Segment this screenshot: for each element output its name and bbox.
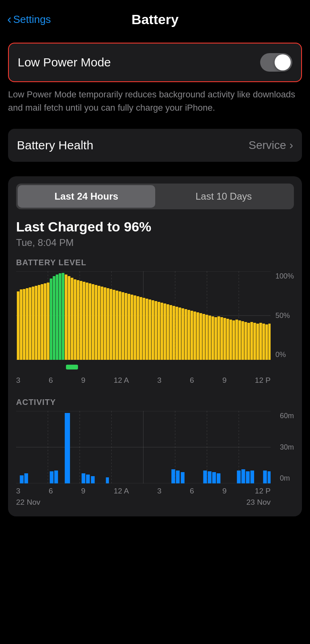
svg-rect-13 bbox=[26, 288, 29, 360]
svg-rect-45 bbox=[122, 292, 125, 360]
svg-rect-74 bbox=[208, 316, 211, 360]
svg-rect-76 bbox=[214, 317, 217, 360]
charging-dot bbox=[66, 365, 78, 369]
activity-x-labels: 3 6 9 12 A 3 6 9 12 P bbox=[16, 487, 294, 495]
act-x-6am: 6 bbox=[49, 487, 53, 495]
svg-rect-67 bbox=[187, 310, 190, 360]
battery-health-right: Service › bbox=[248, 139, 293, 152]
low-power-mode-label: Low Power Mode bbox=[18, 56, 111, 69]
service-label: Service bbox=[248, 139, 286, 152]
svg-rect-38 bbox=[101, 287, 103, 360]
svg-rect-14 bbox=[29, 287, 32, 360]
svg-rect-85 bbox=[241, 321, 244, 360]
x-label-12p: 12 P bbox=[255, 376, 271, 385]
svg-rect-21 bbox=[50, 279, 53, 360]
tab-10d[interactable]: Last 10 Days bbox=[155, 185, 293, 208]
svg-rect-83 bbox=[235, 320, 238, 360]
svg-rect-57 bbox=[158, 302, 160, 360]
battery-x-labels: 3 6 9 12 A 3 6 9 12 P bbox=[16, 376, 294, 385]
svg-rect-56 bbox=[154, 301, 157, 360]
svg-rect-65 bbox=[181, 308, 184, 360]
low-power-mode-row[interactable]: Low Power Mode bbox=[8, 43, 302, 82]
activity-chart bbox=[16, 411, 271, 483]
svg-rect-17 bbox=[38, 285, 41, 360]
svg-rect-77 bbox=[218, 316, 220, 360]
act-x-3pm: 3 bbox=[157, 487, 162, 495]
svg-rect-105 bbox=[20, 475, 23, 483]
svg-rect-10 bbox=[17, 291, 20, 360]
header: ‹ Settings Battery bbox=[0, 0, 310, 35]
svg-rect-15 bbox=[32, 287, 35, 360]
svg-rect-89 bbox=[253, 323, 256, 360]
svg-rect-60 bbox=[166, 304, 169, 360]
svg-rect-50 bbox=[137, 296, 140, 360]
svg-rect-58 bbox=[160, 303, 163, 360]
svg-rect-29 bbox=[74, 279, 76, 360]
act-x-9am: 9 bbox=[81, 487, 86, 495]
act-x-12p: 12 P bbox=[255, 487, 271, 495]
svg-rect-69 bbox=[193, 312, 196, 360]
svg-rect-36 bbox=[94, 285, 97, 360]
back-label: Settings bbox=[13, 13, 51, 26]
svg-rect-84 bbox=[238, 320, 241, 360]
svg-rect-75 bbox=[211, 316, 214, 360]
svg-rect-70 bbox=[197, 312, 199, 360]
svg-rect-91 bbox=[259, 323, 262, 360]
x-label-6pm: 6 bbox=[190, 376, 194, 385]
svg-rect-24 bbox=[59, 273, 62, 360]
svg-rect-64 bbox=[179, 308, 181, 360]
activity-y-labels: 60m 30m 0m bbox=[280, 411, 294, 483]
date-label-22nov: 22 Nov bbox=[16, 498, 40, 507]
svg-rect-120 bbox=[217, 473, 220, 483]
svg-rect-22 bbox=[53, 276, 55, 360]
svg-rect-27 bbox=[68, 276, 70, 360]
svg-rect-71 bbox=[199, 313, 202, 360]
svg-rect-79 bbox=[224, 318, 226, 360]
svg-rect-73 bbox=[205, 315, 208, 360]
svg-rect-31 bbox=[80, 281, 82, 360]
act-x-3am: 3 bbox=[16, 487, 21, 495]
chevron-right-icon: › bbox=[289, 139, 293, 152]
act-x-12a: 12 A bbox=[114, 487, 129, 495]
svg-rect-111 bbox=[86, 475, 90, 483]
svg-rect-110 bbox=[82, 473, 85, 483]
back-button[interactable]: ‹ Settings bbox=[7, 13, 51, 26]
svg-rect-94 bbox=[268, 324, 271, 360]
low-power-mode-toggle[interactable] bbox=[260, 53, 292, 72]
back-chevron-icon: ‹ bbox=[7, 12, 12, 25]
svg-rect-80 bbox=[226, 319, 229, 360]
battery-level-section-label: BATTERY LEVEL bbox=[16, 258, 294, 267]
y-label-100: 100% bbox=[275, 272, 294, 281]
svg-rect-39 bbox=[104, 287, 107, 360]
svg-rect-90 bbox=[257, 324, 259, 360]
svg-rect-26 bbox=[65, 275, 68, 360]
svg-rect-34 bbox=[89, 283, 92, 360]
tab-switcher[interactable]: Last 24 Hours Last 10 Days bbox=[16, 184, 294, 209]
svg-rect-46 bbox=[125, 293, 127, 360]
svg-rect-37 bbox=[98, 286, 101, 360]
tab-24h[interactable]: Last 24 Hours bbox=[18, 185, 155, 208]
charge-title: Last Charged to 96% bbox=[16, 219, 294, 235]
svg-rect-33 bbox=[86, 283, 88, 360]
svg-rect-40 bbox=[107, 288, 109, 360]
svg-rect-23 bbox=[56, 275, 59, 360]
svg-rect-114 bbox=[171, 469, 175, 483]
svg-rect-53 bbox=[146, 299, 148, 360]
battery-level-chart bbox=[16, 271, 271, 360]
svg-rect-119 bbox=[212, 472, 216, 483]
y-label-0: 0% bbox=[275, 351, 294, 359]
svg-rect-16 bbox=[35, 286, 38, 360]
svg-rect-19 bbox=[44, 283, 47, 360]
chart-card: Last 24 Hours Last 10 Days Last Charged … bbox=[8, 176, 302, 516]
battery-health-row[interactable]: Battery Health Service › bbox=[8, 129, 302, 162]
svg-rect-42 bbox=[113, 290, 115, 360]
svg-rect-63 bbox=[176, 307, 179, 360]
svg-rect-125 bbox=[263, 471, 267, 483]
svg-rect-44 bbox=[119, 291, 121, 360]
svg-rect-52 bbox=[143, 298, 146, 360]
y-label-0m: 0m bbox=[280, 474, 294, 483]
svg-rect-78 bbox=[220, 317, 223, 360]
toggle-knob bbox=[275, 54, 291, 70]
svg-rect-51 bbox=[140, 297, 142, 360]
svg-rect-41 bbox=[110, 289, 113, 360]
